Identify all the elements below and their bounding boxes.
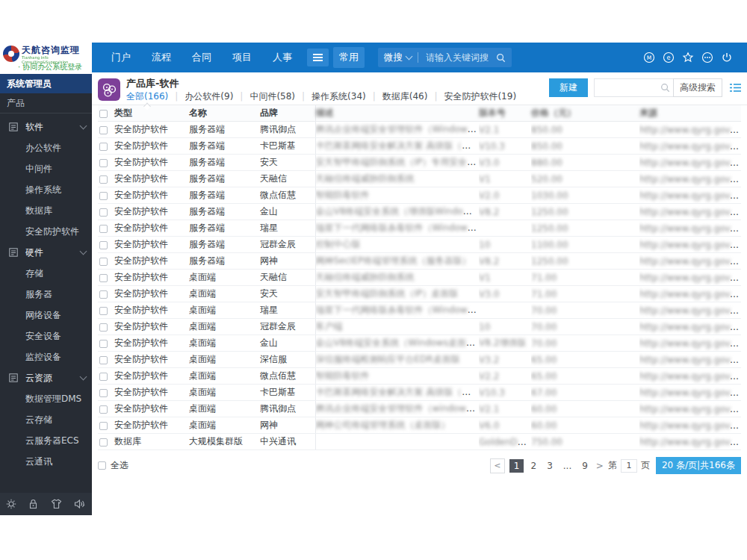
tab-1[interactable]: 办公软件(9) [185, 92, 233, 101]
sidebar-item-1-2[interactable]: 网络设备 [0, 305, 92, 326]
search-icon[interactable] [660, 83, 670, 93]
page-number[interactable]: 3 [543, 459, 557, 473]
table-row[interactable]: 安全防护软件服务器端微点佰慧智能防毒软件V2.01030.00http://ww… [98, 187, 741, 204]
more-ellipsis-icon[interactable] [698, 52, 717, 63]
col-header-2[interactable]: 品牌 [260, 105, 315, 122]
row-checkbox[interactable] [99, 143, 108, 151]
sidebar-item-2-1[interactable]: 云存储 [0, 409, 92, 430]
select-all-checkbox[interactable] [98, 461, 106, 470]
table-row[interactable]: 安全防护软件桌面端卡巴斯基卡巴斯基网络安全解决方案 高级版（升级 +目标）V10… [98, 385, 741, 401]
sidebar-item-2-2[interactable]: 云服务器ECS [0, 430, 92, 451]
row-checkbox[interactable] [99, 208, 108, 217]
settings-gear-icon[interactable] [6, 499, 16, 509]
header-checkbox[interactable] [99, 110, 108, 118]
row-checkbox[interactable] [99, 159, 108, 167]
nav-item-pinned[interactable]: 常用 [333, 47, 365, 68]
prev-page-button[interactable]: < [490, 458, 505, 473]
tab-2[interactable]: 中间件(58) [249, 92, 295, 101]
table-row[interactable]: 安全防护软件桌面端微点佰慧智能防毒软件V2.265.00http://www.q… [98, 368, 741, 385]
table-row[interactable]: 数据库大规模集群版中兴通讯GoldenData s...750.00http:/… [98, 434, 741, 450]
table-row[interactable]: 安全防护软件桌面端金山金山V8终端安全系统（Windows桌面版）V8.2增强版… [98, 335, 741, 352]
select-all[interactable]: 全选 [98, 459, 128, 472]
table-row[interactable]: 安全防护软件服务器端冠群金辰控制中心版101100.00http://www.q… [98, 237, 741, 253]
sidebar-item-1-0[interactable]: 存储 [0, 263, 92, 284]
row-checkbox[interactable] [99, 307, 108, 315]
sidebar-item-0-3[interactable]: 数据库 [0, 200, 92, 221]
row-checkbox[interactable] [99, 422, 108, 430]
search-icon[interactable] [496, 53, 506, 63]
sidebar-group-1[interactable]: 硬件 [0, 242, 92, 263]
sidebar-item-1-4[interactable]: 监控设备 [0, 346, 92, 367]
tab-4[interactable]: 数据库(46) [382, 92, 428, 101]
table-row[interactable]: 安全防护软件桌面端瑞星瑞星下一代网络版杀毒软件（Windows桌面版）70.00… [98, 302, 741, 319]
nav-item-4[interactable]: 人事 [262, 51, 303, 64]
nav-item-2[interactable]: 合同 [182, 51, 222, 64]
row-checkbox[interactable] [99, 274, 108, 282]
favorite-star-icon[interactable] [678, 52, 698, 63]
global-search-input[interactable] [424, 52, 496, 63]
table-row[interactable]: 安全防护软件桌面端网神网神公司终端管理系统（桌面版）V6.060.00http:… [98, 417, 741, 434]
message-icon[interactable]: e [659, 52, 678, 63]
row-checkbox[interactable] [99, 356, 108, 364]
row-checkbox[interactable] [99, 405, 108, 414]
search-scope-dropdown[interactable]: 微搜 [384, 52, 412, 64]
sidebar-item-0-4[interactable]: 安全防护软件 [0, 221, 92, 242]
col-header-1[interactable]: 名称 [189, 105, 260, 122]
table-row[interactable]: 安全防护软件桌面端安天安天智甲终端防御系统（IP）桌面版V3.071.00htt… [98, 286, 741, 302]
power-icon[interactable] [717, 52, 737, 63]
row-checkbox[interactable] [99, 175, 108, 184]
table-row[interactable]: 安全防护软件服务器端瑞星瑞星下一代网络版杀毒软件（Windows服务器版）125… [98, 220, 741, 237]
collab-login-link[interactable]: · 协同办公系统登录 [18, 62, 82, 72]
table-row[interactable]: 安全防护软件桌面端深信服深信服终端检测响应平台EDR桌面版V3.265.00ht… [98, 352, 741, 368]
sound-speaker-icon[interactable] [74, 499, 86, 509]
row-checkbox[interactable] [99, 290, 108, 299]
sidebar-item-1-3[interactable]: 安全设备 [0, 326, 92, 346]
list-view-icon[interactable] [730, 83, 741, 93]
page-number[interactable]: 2 [527, 459, 540, 473]
row-checkbox[interactable] [99, 258, 108, 266]
new-button[interactable]: 新建 [549, 78, 588, 97]
row-checkbox[interactable] [99, 126, 108, 134]
page-number-active[interactable]: 1 [509, 459, 524, 473]
page-number[interactable]: 9 [578, 459, 592, 473]
table-row[interactable]: 安全防护软件服务器端网神网神SecIEP终端管理系统（服务器版）V8.21250… [98, 253, 741, 270]
row-checkbox[interactable] [99, 241, 108, 249]
row-checkbox[interactable] [99, 340, 108, 348]
m-badge-icon[interactable]: M [639, 52, 659, 63]
table-row[interactable]: 安全防护软件服务器端腾讯御点腾讯企业终端安全管理软件（Windows版）V2.1… [98, 122, 741, 138]
next-page-button[interactable]: > [596, 461, 604, 471]
col-header-4[interactable]: 版本号 [479, 105, 531, 122]
table-row[interactable]: 安全防护软件桌面端冠群金辰客户端1070.00http://www.qyrg.g… [98, 319, 741, 335]
sidebar-item-0-2[interactable]: 操作系统 [0, 179, 92, 200]
tab-0[interactable]: 全部(166) [126, 92, 168, 101]
row-checkbox[interactable] [99, 225, 108, 233]
nav-more-button[interactable] [307, 49, 329, 67]
table-row[interactable]: 安全防护软件服务器端安天安天智甲终端防御系统（IP）专用安全软件V3.0880.… [98, 155, 741, 171]
row-checkbox[interactable] [99, 192, 108, 200]
theme-shirt-icon[interactable] [51, 499, 62, 509]
row-checkbox[interactable] [99, 373, 108, 381]
page-jump-input[interactable]: 1 [621, 459, 637, 473]
nav-item-0[interactable]: 门户 [101, 51, 141, 64]
table-row[interactable]: 安全防护软件服务器端天融信天融信终端威胁防御系统V1520.00http://w… [98, 171, 741, 187]
row-checkbox[interactable] [99, 389, 108, 397]
table-row[interactable]: 安全防护软件桌面端腾讯御点腾讯企业终端安全管理软件（windows版）V2.1版… [98, 401, 741, 417]
row-checkbox[interactable] [99, 323, 108, 332]
row-checkbox[interactable] [99, 438, 108, 447]
advanced-search-button[interactable]: 高级搜索 [673, 78, 722, 97]
nav-item-3[interactable]: 项目 [222, 51, 262, 64]
page-size-badge[interactable]: 20 条/页|共166条 [656, 457, 741, 474]
col-header-6[interactable]: 来源 [639, 105, 741, 122]
sidebar-item-0-1[interactable]: 中间件 [0, 158, 92, 179]
table-row[interactable]: 安全防护软件服务器端卡巴斯基卡巴斯基网络安全解决方案 高级版（升级 目标版）V1… [98, 138, 741, 155]
table-row[interactable]: 安全防护软件服务器端金山金山V8终端安全系统（增强版Windows服务器版）V8… [98, 204, 741, 220]
product-search-input[interactable] [599, 82, 660, 94]
lock-icon[interactable] [28, 499, 38, 509]
sidebar-group-2[interactable]: 云资源 [0, 367, 92, 388]
sidebar-item-0-0[interactable]: 办公软件 [0, 137, 92, 158]
tab-3[interactable]: 操作系统(34) [311, 92, 366, 101]
sidebar-item-2-0[interactable]: 数据管理DMS [0, 388, 92, 409]
col-header-5[interactable]: 价格（元） [531, 105, 639, 122]
col-header-3[interactable]: 描述 [315, 105, 479, 122]
tab-5[interactable]: 安全防护软件(19) [444, 92, 516, 101]
